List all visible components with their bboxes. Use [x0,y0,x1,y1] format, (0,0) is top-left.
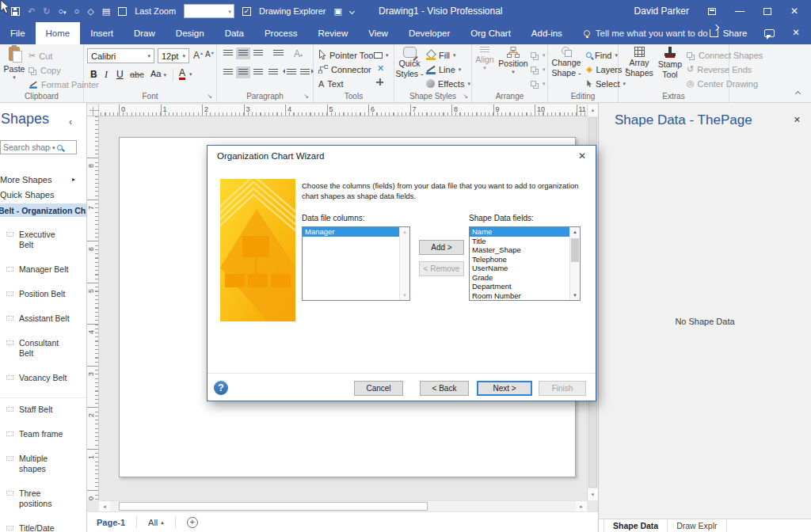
ribbon-tab[interactable]: Data [215,22,254,44]
search-dropdown-icon[interactable]: ▾ [52,145,55,150]
align-right-button[interactable] [251,66,265,78]
shape-master-item[interactable]: Consultant Belt [0,338,86,359]
stamp-tool-button[interactable]: Stamp Tool [657,47,683,79]
font-color-button[interactable]: A [179,69,185,80]
shrink-font-button[interactable]: A▾ [205,50,214,59]
undo-icon[interactable]: ↶ [28,7,35,16]
strikethrough-button[interactable]: abc [130,70,144,79]
panel-tab[interactable]: Shape Data [603,519,668,532]
save-icon[interactable] [11,7,20,16]
quick-styles-button[interactable]: Quick Styles - [396,47,423,78]
account-name[interactable]: David Parker [634,6,689,17]
all-pages-button[interactable]: All ▴ [148,518,164,527]
panel-tab[interactable]: Draw Explr [668,519,726,532]
listbox-scrollbar[interactable]: ▴ ▾ [399,227,409,300]
shape-master-item[interactable]: Title/Date [0,523,86,532]
align-middle-button[interactable] [236,48,250,59]
decrease-indent-button[interactable] [284,66,299,78]
zoom-combobox[interactable]: ▾ [184,4,234,18]
send-backward-button[interactable]: ▾ [531,63,546,76]
align-bottom-button[interactable] [251,48,265,59]
connect-shapes-button[interactable]: Connect Shapes [687,48,763,62]
scroll-down-icon[interactable]: ▾ [588,489,598,500]
shape-master-item[interactable]: Staff Belt [0,397,86,415]
scroll-up-icon[interactable]: ▴ [588,104,598,116]
ribbon-tab[interactable]: View [358,22,398,44]
page-tab[interactable]: Page-1 [97,518,125,527]
list-item[interactable]: Room Number [470,291,569,301]
list-item[interactable]: Name [470,227,569,237]
touch-mode-icon[interactable]: ○▾ [58,6,66,16]
comments-icon[interactable] [764,29,775,37]
font-size-combobox[interactable]: 12pt▾ [158,48,189,63]
horizontal-scrollbar[interactable]: ◂ ▸ [99,500,587,511]
ribbon-tab[interactable]: Developer [398,22,460,44]
ribbon-tab[interactable]: File [0,22,36,44]
fill-button[interactable]: Fill▾ [426,48,456,62]
list-item[interactable]: Manager [303,227,399,237]
ribbon-tab[interactable]: Add-ins [521,22,573,44]
reverse-ends-button[interactable]: ↺ Reverse Ends [687,63,752,76]
shape-master-item[interactable]: Manager Belt [0,264,86,275]
collapse-panel-icon[interactable]: ‹ [69,117,72,127]
ribbon-display-options-icon[interactable] [708,8,716,15]
shape-master-item[interactable]: Vacancy Belt [0,373,86,383]
grow-font-button[interactable]: A▴ [193,50,203,61]
more-shapes-item[interactable]: More Shapes ▸ [0,175,75,184]
increase-indent-button[interactable] [298,66,312,78]
center-drawing-button[interactable]: ◎ Center Drawing [687,77,758,90]
shape-tool-icon[interactable]: ◇ [87,7,93,16]
shape-master-item[interactable]: Multiple shapes [0,454,86,474]
align-center-button[interactable] [236,66,250,78]
finish-button[interactable]: Finish [539,381,586,396]
ribbon-tab[interactable]: Home [36,22,81,44]
list-item[interactable]: Master_Shape [470,245,569,255]
ribbon-tab[interactable]: Org Chart [460,22,521,44]
scroll-left-icon[interactable]: ◂ [99,501,110,511]
collapse-ribbon-icon[interactable] [795,91,801,97]
search-shapes-input[interactable] [3,142,51,152]
shape-master-item[interactable]: Position Belt [0,289,86,299]
text-tool-button[interactable]: A Text [318,77,344,90]
align-left-button[interactable] [221,66,235,78]
font-family-combobox[interactable]: Calibri▾ [87,48,154,63]
scroll-thumb[interactable] [571,238,579,262]
tell-me-box[interactable]: Tell me what you want to do [584,22,708,44]
dialog-close-icon[interactable]: ✕ [578,151,586,161]
shape-master-item[interactable]: Team frame [0,429,86,439]
position-button[interactable]: Position ▾ [497,47,529,74]
keyboard-icon[interactable]: ▤ [102,7,110,16]
pointer-tool-button[interactable]: Pointer Tool [318,48,375,62]
bold-button[interactable]: B [90,69,97,80]
list-item[interactable]: Title [470,237,569,246]
close-document-icon[interactable]: ✕ [792,28,800,38]
cut-button[interactable]: ✂ Cut [29,49,52,63]
find-button[interactable]: Find▾ [586,48,618,62]
effects-button[interactable]: Effects▾ [426,77,470,90]
group-button[interactable]: ▾ [531,77,546,90]
stencil-tab-organization-chart[interactable]: Belt - Organization Ch... [0,203,87,217]
drawing-explorer-checkbox[interactable]: ✓ [242,7,251,16]
multi-select-icon[interactable]: ✕ [377,64,384,73]
align-top-button[interactable] [221,48,235,59]
copy-button[interactable]: Copy [29,63,61,77]
data-columns-listbox[interactable]: Manager ▴ ▾ [302,226,410,301]
change-case-button[interactable]: Aa ▾ [150,69,166,78]
search-icon[interactable] [57,145,63,150]
shape-fields-listbox[interactable]: NameTitleMaster_ShapeTelephoneUserNameGr… [469,226,581,301]
connector-tool-button[interactable]: Connector [318,63,371,76]
ribbon-tab[interactable]: Insert [80,22,124,44]
ribbon-tab[interactable]: Draw [124,22,166,44]
line-button[interactable]: Line▾ [426,63,461,76]
list-item[interactable]: UserName [470,264,569,273]
minimize-icon[interactable]: — [735,6,744,16]
next-button[interactable]: Next > [477,381,532,396]
cancel-button[interactable]: Cancel [354,381,403,396]
customize-qat-icon[interactable] [349,8,355,13]
connection-point-icon[interactable] [376,78,383,86]
window-restore-icon[interactable]: ▣ [333,7,341,16]
justify-button[interactable] [266,66,280,78]
remove-button[interactable]: < Remove [419,261,464,276]
listbox-scrollbar[interactable]: ▴ ▾ [569,227,580,300]
list-item[interactable]: Department [470,282,569,291]
